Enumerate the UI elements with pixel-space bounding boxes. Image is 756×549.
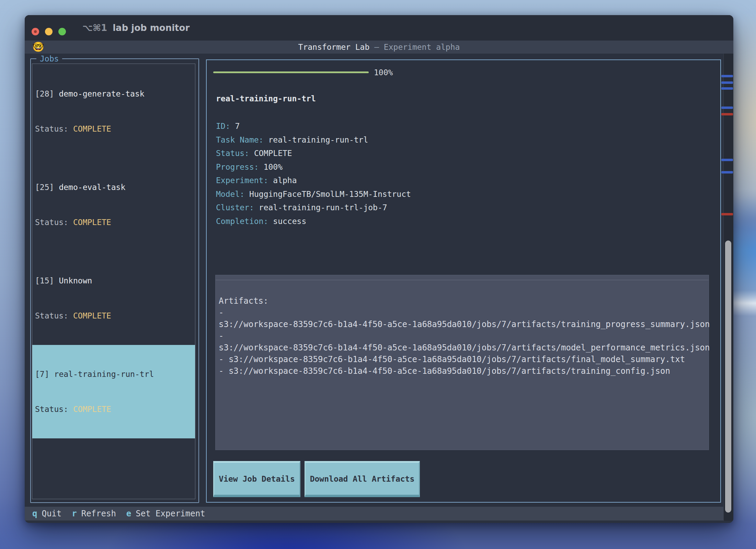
scroll-mark-icon: [721, 113, 733, 115]
app-window: ⌥⌘1 lab job monitor 🤓 Transformer Lab — …: [25, 15, 733, 523]
scroll-mark-icon: [721, 107, 733, 109]
scroll-mark-icon: [721, 87, 733, 90]
scroll-mark-icon: [721, 213, 733, 215]
scroll-mark-icon: [721, 75, 733, 77]
scroll-mark-icon: [721, 81, 733, 84]
scrollbar-marks-layer: [25, 15, 733, 523]
scroll-mark-icon: [721, 159, 733, 161]
scroll-mark-icon: [721, 171, 733, 173]
